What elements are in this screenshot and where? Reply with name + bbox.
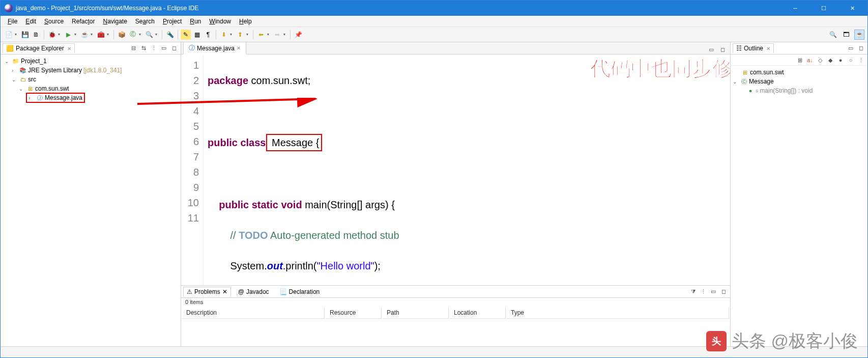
- minimize-editor-button[interactable]: ▭: [707, 45, 716, 54]
- coverage-button[interactable]: ☕: [79, 30, 90, 40]
- menu-project[interactable]: Project: [159, 17, 186, 26]
- chevron-down-icon[interactable]: ⌄: [5, 59, 11, 64]
- chevron-down-icon[interactable]: ⌄: [19, 86, 25, 92]
- tree-src[interactable]: ⌄ 🗀 src: [3, 75, 179, 84]
- outline-method[interactable]: ● S main(String[]) : void: [733, 86, 865, 95]
- view-menu-button[interactable]: ⋮: [149, 44, 158, 53]
- pin-button[interactable]: 📌: [293, 30, 303, 40]
- outline-package[interactable]: ⊞ com.sun.swt: [733, 68, 865, 77]
- package-explorer-header: 🟨 Package Explorer ✕ ⊟ ⇆ ⋮ ▭ ◻: [1, 42, 181, 54]
- tree-package[interactable]: ⌄ ⊞ com.sun.swt: [3, 84, 179, 93]
- minimize-view-button[interactable]: ▭: [709, 287, 718, 296]
- outline-tree[interactable]: ⊞ com.sun.swt ⌄ Ⓒ Message ● S main(Strin…: [731, 66, 867, 97]
- new-class-button[interactable]: Ⓒ: [128, 30, 138, 40]
- jre-label: JRE System Library: [28, 67, 82, 74]
- external-tools-button[interactable]: 🧰: [96, 30, 106, 40]
- toggle-mark-button[interactable]: ✎: [181, 30, 191, 40]
- package-icon: ⊞: [26, 85, 34, 92]
- view-menu-button[interactable]: ⋮: [699, 287, 708, 296]
- col-resource[interactable]: Resource: [326, 307, 382, 319]
- outline-toolbar: ⊞ a↓ ◇ ◆ ● ○ ⋮: [731, 54, 867, 66]
- package-explorer-tree[interactable]: ⌄ 📁 Project_1 › 📚 JRE System Library [jd…: [1, 54, 181, 346]
- save-all-button[interactable]: 🗎: [31, 30, 41, 40]
- hide-fields-button[interactable]: ◇: [816, 56, 825, 65]
- library-icon: 📚: [19, 67, 26, 74]
- filter-button[interactable]: ⧩: [688, 287, 698, 296]
- close-button[interactable]: ✕: [841, 1, 863, 16]
- package-explorer-title: Package Explorer: [16, 45, 64, 52]
- chevron-down-icon[interactable]: ⌄: [733, 79, 739, 85]
- editor-tab-message[interactable]: Ⓙ Message.java ✕: [183, 42, 246, 54]
- package-label: com.sun.swt: [35, 85, 69, 92]
- minimize-view-button[interactable]: ▭: [159, 44, 168, 53]
- sort-button[interactable]: a↓: [805, 56, 815, 65]
- chevron-right-icon[interactable]: ›: [12, 68, 18, 73]
- maximize-button[interactable]: ☐: [813, 1, 835, 16]
- close-icon[interactable]: ✕: [67, 46, 71, 51]
- menu-edit[interactable]: Edit: [21, 17, 40, 26]
- minimize-button[interactable]: ─: [784, 1, 806, 16]
- prev-annotation-button[interactable]: ⬆: [235, 30, 245, 40]
- menu-help[interactable]: Help: [235, 17, 256, 26]
- back-button[interactable]: ⬅: [256, 30, 266, 40]
- hide-local-button[interactable]: ○: [846, 56, 855, 65]
- outline-icon: ☷: [736, 45, 742, 52]
- run-button[interactable]: ▶: [63, 30, 73, 40]
- outline-class[interactable]: ⌄ Ⓒ Message: [733, 77, 865, 86]
- java-perspective-button[interactable]: ☕: [854, 30, 864, 40]
- toggle-block-button[interactable]: ▦: [192, 30, 202, 40]
- debug-button[interactable]: 🐞: [47, 30, 57, 40]
- hide-nonpublic-button[interactable]: ●: [836, 56, 845, 65]
- menu-run[interactable]: Run: [186, 17, 205, 26]
- new-package-button[interactable]: 📦: [117, 30, 127, 40]
- col-type[interactable]: Type: [507, 307, 729, 319]
- editor[interactable]: 1234567891011 package com.sun.swt; publi…: [181, 54, 730, 285]
- tree-jre[interactable]: › 📚 JRE System Library [jdk1.8.0_341]: [3, 66, 179, 75]
- class-icon: Ⓒ: [740, 78, 747, 85]
- col-location[interactable]: Location: [450, 307, 506, 319]
- chevron-down-icon[interactable]: ⌄: [12, 77, 18, 82]
- maximize-view-button[interactable]: ◻: [719, 287, 728, 296]
- maximize-view-button[interactable]: ◻: [856, 44, 865, 53]
- link-editor-button[interactable]: ⇆: [139, 44, 148, 53]
- declaration-tab[interactable]: 📃 Declaration: [276, 287, 323, 296]
- menu-navigate[interactable]: Navigate: [99, 17, 131, 26]
- maximize-editor-button[interactable]: ◻: [718, 45, 727, 54]
- problems-tab[interactable]: ⚠ Problems ✕: [183, 287, 231, 297]
- class-name-highlight: Message {: [266, 134, 323, 151]
- menu-source[interactable]: Source: [40, 17, 68, 26]
- project-icon: 📁: [12, 58, 19, 65]
- close-icon[interactable]: ✕: [237, 45, 241, 51]
- chevron-right-icon[interactable]: ›: [28, 95, 35, 101]
- quick-access-button[interactable]: 🔍: [828, 30, 838, 40]
- tree-project[interactable]: ⌄ 📁 Project_1: [3, 57, 179, 66]
- view-menu-button[interactable]: ⋮: [856, 56, 865, 65]
- menu-refactor[interactable]: Refactor: [68, 17, 99, 26]
- hide-static-button[interactable]: ◆: [826, 56, 835, 65]
- next-annotation-button[interactable]: ⬇: [219, 30, 229, 40]
- maximize-view-button[interactable]: ◻: [169, 44, 179, 53]
- forward-button[interactable]: ➡: [272, 30, 282, 40]
- problems-table[interactable]: Description Resource Path Location Type: [181, 306, 730, 320]
- focus-button[interactable]: ⊞: [795, 56, 804, 65]
- col-path[interactable]: Path: [383, 307, 449, 319]
- outline-tab[interactable]: ☷ Outline ✕: [733, 43, 774, 53]
- menu-search[interactable]: Search: [131, 17, 159, 26]
- open-perspective-button[interactable]: 🗔: [841, 30, 851, 40]
- col-description[interactable]: Description: [182, 307, 325, 319]
- package-explorer-tab[interactable]: 🟨 Package Explorer ✕: [3, 43, 75, 53]
- menu-window[interactable]: Window: [205, 17, 235, 26]
- search-button[interactable]: 🔦: [165, 30, 175, 40]
- collapse-all-button[interactable]: ⊟: [129, 44, 138, 53]
- tree-file[interactable]: › Ⓙ Message.java: [3, 93, 179, 102]
- minimize-view-button[interactable]: ▭: [846, 44, 855, 53]
- save-button[interactable]: 💾: [20, 30, 30, 40]
- menu-file[interactable]: File: [4, 17, 21, 26]
- close-icon[interactable]: ✕: [222, 288, 227, 295]
- close-icon[interactable]: ✕: [766, 46, 770, 51]
- javadoc-tab[interactable]: @ Javadoc: [235, 287, 272, 296]
- show-whitespace-button[interactable]: ¶: [203, 30, 213, 40]
- code-area[interactable]: package com.sun.swt; public class Messag…: [204, 54, 730, 285]
- new-button[interactable]: 📄: [4, 30, 14, 40]
- open-type-button[interactable]: 🔍: [144, 30, 154, 40]
